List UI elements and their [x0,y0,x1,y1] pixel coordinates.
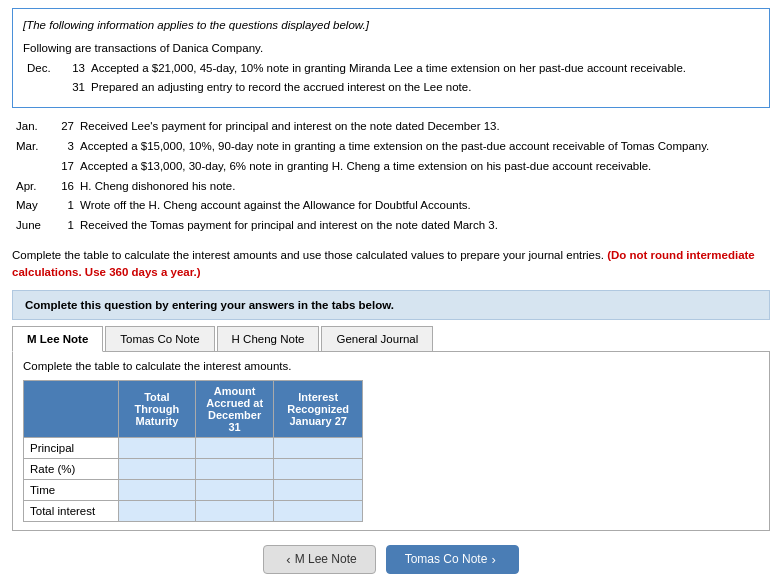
principal-col1[interactable] [118,437,195,458]
time-col1-input[interactable] [125,484,189,496]
total-col3-input[interactable] [280,505,356,517]
rate-col2[interactable] [195,458,273,479]
btrans-text-3: Accepted a $13,000, 30-day, 6% note in g… [78,158,711,176]
bottom-nav: ‹ M Lee Note Tomas Co Note › [12,545,770,574]
complete-instruction: Complete the table to calculate the inte… [12,247,770,282]
time-col1[interactable] [118,479,195,500]
tab-content: Complete the table to calculate the inte… [12,352,770,531]
table-row-rate: Rate (%) [24,458,363,479]
next-button-label: Tomas Co Note [405,552,488,566]
btrans-month-2: Mar. [14,138,50,156]
btrans-text-2: Accepted a $15,000, 10%, 90-day note in … [78,138,711,156]
row-label-rate: Rate (%) [24,458,119,479]
btrans-month-4: Apr. [14,178,50,196]
prev-button[interactable]: ‹ M Lee Note [263,545,375,574]
btrans-day-1: 27 [52,118,76,136]
row-label-principal: Principal [24,437,119,458]
rate-col1[interactable] [118,458,195,479]
company-intro: Following are transactions of Danica Com… [23,40,759,57]
total-col2[interactable] [195,500,273,521]
italic-instruction: [The following information applies to th… [23,17,759,34]
btrans-month-3 [14,158,50,176]
btrans-day-3: 17 [52,158,76,176]
interest-table: Total Through Maturity Amount Accrued at… [23,380,363,522]
prev-arrow-icon: ‹ [286,552,290,567]
prev-button-label: M Lee Note [295,552,357,566]
trans-day-2: 31 [63,79,87,97]
tab-m-lee-note[interactable]: M Lee Note [12,326,103,352]
next-arrow-icon: › [491,552,495,567]
time-col2-input[interactable] [202,484,267,496]
principal-col3[interactable] [274,437,363,458]
instruction-text: Complete the table to calculate the inte… [12,249,604,261]
trans-day-1: 13 [63,60,87,78]
table-row-principal: Principal [24,437,363,458]
btrans-text-5: Wrote off the H. Cheng account against t… [78,197,711,215]
col-header-2: Amount Accrued at December 31 [195,380,273,437]
col-header-1: Total Through Maturity [118,380,195,437]
tab-tomas-co-note[interactable]: Tomas Co Note [105,326,214,351]
instruction-box-text: Complete this question by entering your … [25,299,394,311]
tab-tomas-co-note-label: Tomas Co Note [120,333,199,345]
time-col2[interactable] [195,479,273,500]
principal-col2[interactable] [195,437,273,458]
btrans-day-2: 3 [52,138,76,156]
tab-m-lee-note-label: M Lee Note [27,333,88,345]
principal-col1-input[interactable] [125,442,189,454]
trans-text-1: Accepted a $21,000, 45-day, 10% note in … [89,60,688,78]
table-row-total-interest: Total interest [24,500,363,521]
trans-month-1: Dec. [25,60,61,78]
trans-text-2: Prepared an adjusting entry to record th… [89,79,688,97]
time-col3-input[interactable] [280,484,356,496]
principal-col3-input[interactable] [280,442,356,454]
principal-col2-input[interactable] [202,442,267,454]
btrans-day-5: 1 [52,197,76,215]
btrans-month-1: Jan. [14,118,50,136]
btrans-text-6: Received the Tomas payment for principal… [78,217,711,235]
btrans-text-1: Received Lee's payment for principal and… [78,118,711,136]
btrans-month-5: May [14,197,50,215]
rate-col3[interactable] [274,458,363,479]
table-row-time: Time [24,479,363,500]
tabs-row: M Lee Note Tomas Co Note H Cheng Note Ge… [12,326,770,352]
instruction-box: Complete this question by entering your … [12,290,770,320]
col-header-0 [24,380,119,437]
row-label-time: Time [24,479,119,500]
trans-month-2 [25,79,61,97]
row-label-total-interest: Total interest [24,500,119,521]
tab-h-cheng-note[interactable]: H Cheng Note [217,326,320,351]
total-col2-input[interactable] [202,505,267,517]
rate-col3-input[interactable] [280,463,356,475]
btrans-text-4: H. Cheng dishonored his note. [78,178,711,196]
body-transactions: Jan. 27 Received Lee's payment for princ… [12,116,770,237]
next-button[interactable]: Tomas Co Note › [386,545,519,574]
total-col3[interactable] [274,500,363,521]
btrans-day-4: 16 [52,178,76,196]
btrans-month-6: June [14,217,50,235]
rate-col2-input[interactable] [202,463,267,475]
tab-subtitle: Complete the table to calculate the inte… [23,360,759,372]
btrans-day-6: 1 [52,217,76,235]
tab-general-journal-label: General Journal [336,333,418,345]
tab-h-cheng-note-label: H Cheng Note [232,333,305,345]
tab-general-journal[interactable]: General Journal [321,326,433,351]
total-col1[interactable] [118,500,195,521]
time-col3[interactable] [274,479,363,500]
total-col1-input[interactable] [125,505,189,517]
col-header-3: Interest Recognized January 27 [274,380,363,437]
top-box: [The following information applies to th… [12,8,770,108]
rate-col1-input[interactable] [125,463,189,475]
